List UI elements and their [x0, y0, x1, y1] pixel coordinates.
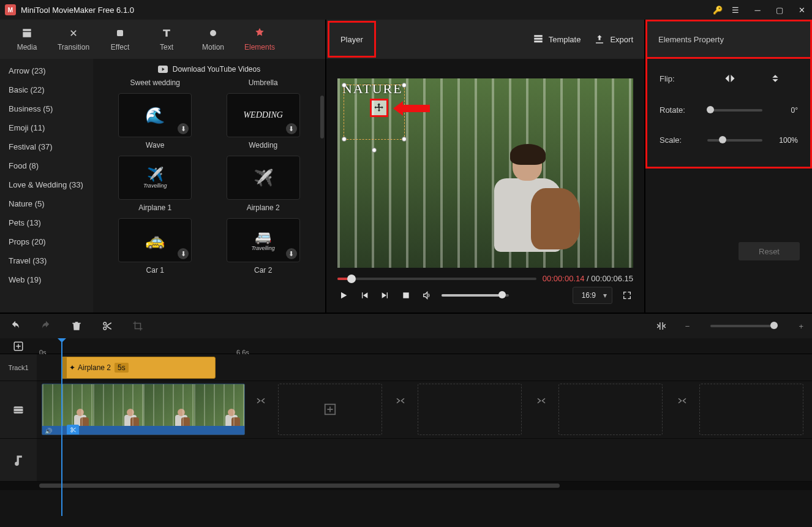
tab-effect[interactable]: Effect — [97, 20, 143, 59]
element-thumb[interactable]: WEDDING⬇ Wedding — [213, 93, 312, 150]
video-track-header[interactable] — [0, 381, 37, 438]
category-list[interactable]: Arrow (23) Basic (22) Business (5) Emoji… — [0, 59, 93, 313]
download-icon[interactable]: ⬇ — [286, 123, 297, 134]
zoom-out-button[interactable]: − — [685, 322, 690, 331]
scale-slider[interactable] — [707, 139, 762, 142]
element-thumb[interactable]: ✈️Travelling Airplane 1 — [105, 156, 205, 212]
category-item[interactable]: Emoji (11) — [0, 118, 93, 137]
minimize-icon[interactable]: ─ — [752, 6, 763, 15]
tab-text[interactable]: Text — [143, 20, 190, 59]
category-item[interactable]: Pets (13) — [0, 213, 93, 232]
category-item[interactable]: Nature (5) — [0, 194, 93, 213]
category-item[interactable]: Basic (22) — [0, 80, 93, 99]
play-button[interactable] — [337, 289, 350, 301]
next-frame-button[interactable] — [379, 289, 391, 301]
timecode-current: 00:00:00.14 — [543, 274, 585, 283]
prev-frame-button[interactable] — [358, 289, 370, 301]
timeline-scrollbar[interactable] — [0, 482, 812, 490]
element-track-lane[interactable]: ✦ Airplane 2 5s — [37, 354, 812, 381]
aspect-ratio-select[interactable]: 16:9 — [573, 287, 612, 304]
video-track-lane[interactable]: 🔊 — [37, 381, 812, 438]
template-button[interactable]: Template — [533, 34, 581, 45]
star-icon: ✦ — [69, 363, 75, 372]
media-placeholder[interactable] — [699, 384, 803, 435]
volume-slider[interactable] — [442, 294, 509, 297]
category-item[interactable]: Travel (33) — [0, 251, 93, 270]
audio-track-lane[interactable] — [37, 439, 812, 481]
hamburger-icon[interactable]: ☰ — [730, 6, 741, 15]
delete-button[interactable] — [70, 319, 83, 333]
transition-slot[interactable] — [392, 392, 409, 409]
tab-motion[interactable]: Motion — [190, 20, 236, 59]
element-thumb[interactable]: ✈️ Airplane 2 — [213, 156, 312, 212]
element-thumb[interactable]: 🚕⬇ Car 1 — [105, 218, 205, 275]
element-thumb[interactable]: 🌊⬇ Wave — [105, 93, 205, 150]
transition-slot[interactable] — [674, 392, 691, 409]
media-placeholder[interactable] — [558, 384, 663, 435]
download-icon[interactable]: ⬇ — [178, 123, 189, 134]
tab-motion-label: Motion — [202, 43, 224, 51]
fit-timeline-button[interactable] — [655, 319, 668, 333]
playback-scrubber[interactable] — [337, 278, 536, 280]
category-item[interactable]: Arrow (23) — [0, 61, 93, 80]
key-icon[interactable]: 🔑 — [713, 6, 723, 15]
download-icon[interactable]: ⬇ — [178, 248, 189, 259]
stop-button[interactable] — [400, 289, 412, 301]
rotate-label: Rotate: — [660, 105, 699, 115]
timecode: 00:00:00.14 / 00:00:06.15 — [543, 274, 633, 283]
thumb-label: Umbrella — [249, 78, 278, 87]
flip-vertical-button[interactable] — [767, 72, 784, 85]
redo-button[interactable] — [39, 319, 53, 333]
reset-button[interactable]: Reset — [739, 242, 800, 260]
split-button[interactable] — [100, 319, 114, 333]
thumb-label: Airplane 2 — [247, 203, 280, 212]
export-button[interactable]: Export — [594, 34, 633, 45]
close-icon[interactable]: ✕ — [796, 6, 807, 15]
category-item[interactable]: Food (8) — [0, 156, 93, 175]
export-label: Export — [610, 35, 633, 44]
download-youtube-label: Download YouTube Videos — [173, 65, 260, 74]
tab-transition[interactable]: Transition — [50, 20, 97, 59]
zoom-slider[interactable] — [710, 325, 778, 327]
element-thumb[interactable]: 🚐Travelling⬇ Car 2 — [213, 218, 312, 275]
tab-media[interactable]: Media — [4, 20, 50, 59]
maximize-icon[interactable]: ▢ — [774, 6, 785, 15]
crop-button[interactable] — [131, 319, 145, 333]
rotate-slider[interactable] — [707, 109, 762, 112]
preview-viewport[interactable]: NATURE — [337, 78, 633, 268]
flip-horizontal-button[interactable] — [721, 72, 739, 85]
travel-caption: Travelling — [252, 245, 275, 251]
category-item[interactable]: Love & Wedding (33) — [0, 175, 93, 194]
clip-split-badge[interactable] — [67, 425, 79, 434]
app-title: MiniTool MovieMaker Free 6.1.0 — [21, 6, 134, 15]
category-item[interactable]: Business (5) — [0, 99, 93, 118]
audio-track-header[interactable] — [0, 439, 37, 481]
download-youtube-link[interactable]: Download YouTube Videos — [97, 61, 321, 78]
element-thumb[interactable]: Sweet wedding — [105, 78, 205, 87]
playhead[interactable] — [61, 338, 62, 516]
media-placeholder[interactable] — [418, 384, 522, 435]
category-item[interactable]: Props (20) — [0, 232, 93, 251]
fullscreen-button[interactable] — [621, 289, 633, 301]
element-selection-box[interactable] — [344, 85, 405, 140]
download-icon[interactable]: ⬇ — [286, 248, 297, 259]
transition-slot[interactable] — [252, 392, 269, 409]
element-clip[interactable]: ✦ Airplane 2 5s — [61, 357, 216, 379]
zoom-in-button[interactable]: + — [799, 322, 803, 331]
undo-button[interactable] — [9, 319, 22, 333]
add-track-button[interactable] — [0, 341, 37, 352]
element-thumb[interactable]: Umbrella — [213, 78, 312, 87]
scrollbar-thumb[interactable] — [320, 96, 324, 138]
properties-header: Elements Property — [645, 20, 812, 59]
category-item[interactable]: Festival (37) — [0, 137, 93, 156]
track-header[interactable]: Track1 — [0, 354, 37, 381]
add-media-placeholder[interactable] — [278, 384, 382, 435]
transition-slot[interactable] — [533, 392, 550, 409]
svg-rect-3 — [403, 292, 408, 298]
video-clip[interactable]: 🔊 — [42, 384, 245, 435]
category-item[interactable]: Web (19) — [0, 270, 93, 289]
clip-volume-icon[interactable]: 🔊 — [45, 428, 52, 434]
volume-icon[interactable] — [421, 289, 433, 301]
tab-elements[interactable]: Elements — [236, 20, 283, 59]
player-tab[interactable]: Player — [328, 21, 376, 58]
